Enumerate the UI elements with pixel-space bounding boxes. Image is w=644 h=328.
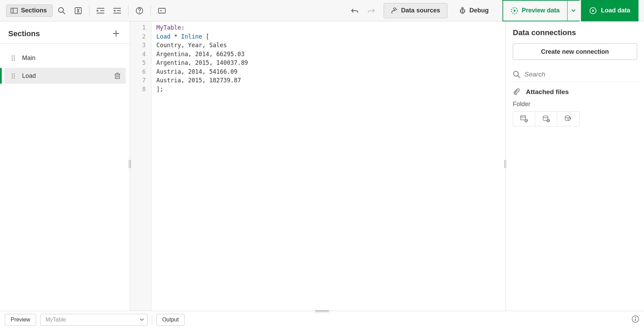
info-icon	[632, 315, 639, 323]
folder-action-insert[interactable]	[535, 112, 557, 126]
connections-panel: Data connections Create new connection A…	[506, 21, 644, 311]
db-select-icon	[520, 115, 528, 122]
attached-files-header: Attached files	[513, 88, 637, 96]
attached-files-label: Attached files	[526, 88, 569, 96]
preview-data-label: Preview data	[522, 7, 560, 14]
plus-icon	[113, 30, 119, 37]
help-button[interactable]	[132, 3, 147, 18]
plug-icon	[391, 7, 398, 14]
undo-icon	[351, 8, 359, 14]
svg-line-33	[518, 75, 520, 78]
search-icon	[58, 7, 65, 14]
indent-icon	[97, 8, 104, 14]
svg-point-41	[635, 317, 636, 318]
bottom-divider	[152, 315, 152, 325]
splitter-left[interactable]	[129, 160, 131, 168]
folder-label: Folder	[513, 101, 637, 108]
search-button[interactable]	[54, 3, 69, 18]
section-row-main[interactable]: Main	[4, 50, 126, 66]
svg-line-19	[460, 10, 461, 10]
indent-button[interactable]	[93, 3, 108, 18]
preview-data-button[interactable]: Preview data	[503, 1, 567, 21]
bug-icon	[459, 7, 466, 14]
section-row-load[interactable]: Load	[4, 68, 126, 84]
svg-line-3	[63, 12, 65, 14]
delete-section-button[interactable]	[115, 73, 120, 79]
search-icon	[513, 71, 520, 78]
preview-table-placeholder: MyTable	[45, 317, 66, 323]
drag-handle-icon[interactable]	[12, 55, 16, 61]
info-button[interactable]	[632, 315, 639, 324]
db-insert-icon	[542, 115, 550, 122]
folder-actions	[513, 111, 580, 126]
chevron-down-icon	[140, 318, 144, 321]
load-data-label: Load data	[601, 7, 630, 14]
panel-icon	[11, 8, 18, 13]
section-label: Main	[22, 54, 35, 62]
attachment-icon	[513, 88, 520, 96]
play-icon	[589, 7, 597, 14]
redo-icon	[367, 8, 375, 14]
folder-action-select[interactable]	[513, 112, 535, 126]
svg-rect-34	[521, 116, 526, 120]
preview-table-select[interactable]: MyTable	[40, 314, 148, 326]
splitter-bottom[interactable]	[315, 309, 329, 313]
svg-point-2	[59, 8, 63, 12]
insert-icon	[158, 8, 166, 13]
outdent-icon	[113, 8, 121, 14]
create-connection-button[interactable]: Create new connection	[513, 43, 637, 60]
main-area: Sections MainLoad 12345678 MyTable:Load …	[0, 21, 644, 311]
preview-data-group: Preview data	[502, 0, 580, 21]
code-editor[interactable]: MyTable:Load * Inline [Country, Year, Sa…	[152, 21, 506, 311]
output-tab-button[interactable]: Output	[156, 314, 185, 326]
chevron-down-icon	[571, 9, 575, 12]
trash-icon	[115, 73, 120, 79]
code-editor-area: 12345678 MyTable:Load * Inline [Country,…	[130, 21, 506, 311]
debug-button[interactable]: Debug	[454, 3, 494, 18]
data-sources-button[interactable]: Data sources	[384, 3, 447, 18]
connection-search-input[interactable]	[524, 71, 637, 78]
data-sources-label: Data sources	[401, 7, 440, 14]
sections-toggle-label: Sections	[21, 7, 47, 14]
comment-button[interactable]	[71, 3, 86, 18]
top-toolbar: Sections Data sourc	[0, 0, 644, 21]
preview-data-dropdown[interactable]	[567, 1, 580, 21]
connection-search	[513, 67, 637, 82]
svg-line-21	[464, 10, 465, 10]
help-icon	[136, 7, 143, 14]
drag-handle-icon[interactable]	[12, 73, 16, 79]
folder-action-refresh[interactable]	[557, 112, 579, 126]
sections-toggle-button[interactable]: Sections	[6, 4, 53, 17]
connections-title: Data connections	[513, 28, 637, 37]
svg-point-32	[513, 71, 518, 76]
preview-tab-button[interactable]: Preview	[5, 314, 36, 326]
redo-button[interactable]	[364, 3, 379, 18]
toolbar-divider	[89, 5, 90, 16]
svg-point-14	[139, 12, 140, 13]
section-label: Load	[22, 72, 36, 80]
svg-line-20	[460, 12, 461, 12]
svg-point-37	[543, 116, 548, 118]
line-gutter: 12345678	[130, 21, 152, 311]
sections-title: Sections	[8, 29, 40, 38]
add-section-button[interactable]	[111, 28, 122, 39]
splitter-right[interactable]	[504, 160, 506, 168]
toolbar-divider	[128, 5, 128, 16]
svg-rect-0	[11, 8, 18, 13]
preview-icon	[511, 7, 518, 14]
svg-rect-27	[115, 74, 120, 79]
toolbar-divider	[150, 5, 151, 16]
debug-label: Debug	[469, 7, 489, 14]
bottom-bar: Preview MyTable Output	[0, 311, 644, 328]
sections-panel: Sections MainLoad	[0, 21, 130, 311]
db-refresh-icon	[564, 115, 572, 122]
load-data-button[interactable]: Load data	[581, 0, 638, 21]
svg-line-22	[464, 12, 465, 12]
comment-icon	[75, 7, 82, 14]
undo-button[interactable]	[347, 3, 362, 18]
outdent-button[interactable]	[110, 3, 125, 18]
insert-button[interactable]	[154, 3, 169, 18]
